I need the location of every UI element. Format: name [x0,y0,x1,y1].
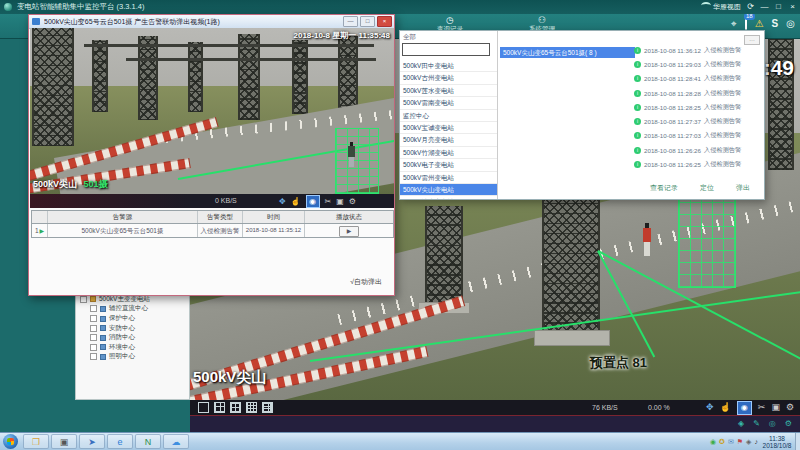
taskbar-app-button[interactable]: ▣ [51,434,77,449]
station-list-item[interactable]: 500kV汕头变电站 [400,196,497,199]
alarm-record-item[interactable]: 2018-10-08 11:26:26 入侵检测告警 [634,143,764,157]
preset-pin-button-active[interactable]: ◉ [737,401,752,415]
tree-checkbox[interactable] [90,353,97,360]
tree-checkbox[interactable] [80,296,87,303]
taskbar-app-button[interactable]: ➤ [79,434,105,449]
tree-item[interactable]: 辅控直流中心 [90,304,187,314]
hand-tool-icon[interactable]: ☝ [720,402,731,413]
tree-item[interactable]: 照明中心 [90,352,187,362]
detected-person [348,142,356,168]
station-list-item[interactable]: 监控中心 [400,110,497,122]
refresh-button[interactable]: ⟳ [746,0,755,14]
alarm-record-item[interactable]: 2018-10-08 11:28:28 入侵检测告警 [634,86,764,100]
alarm-record-item[interactable]: 2018-10-08 11:36:12 入侵检测告警 [634,43,764,57]
alarm-record-item[interactable]: 2018-10-08 11:26:25 入侵检测告警 [634,157,764,171]
selected-camera-header[interactable]: 500kV尖山变65号云台501摄( 8 ) [500,47,635,58]
record-camera-icon[interactable]: ▣ [771,402,780,413]
tree-item[interactable]: 安防中心 [90,323,187,333]
dot-tool-icon[interactable]: ◎ [769,419,776,428]
alarm-record-item[interactable]: 2018-10-08 11:28:41 入侵检测告警 [634,72,764,86]
tray-icon[interactable]: ◈ [746,437,751,447]
snapshot-cut-icon[interactable]: ✂ [325,196,332,207]
diamond-tool-icon[interactable]: ◈ [738,419,744,428]
alarm-record-item[interactable]: 2018-10-08 11:27:37 入侵检测告警 [634,114,764,128]
alarm-table-row[interactable]: 1▶ 500kV尖山变65号云台501摄 入侵检测告警 2018-10-08 1… [31,224,394,238]
taskbar-app-button[interactable]: ☁ [163,434,189,449]
station-list-item[interactable]: 500kV古州变电站 [400,72,497,84]
window-minimize-button[interactable]: — [343,16,358,27]
alarm-record-item[interactable]: 2018-10-08 11:29:03 入侵检测告警 [634,57,764,71]
record-camera-icon[interactable]: ▣ [336,196,344,207]
start-button[interactable] [3,434,18,449]
station-list-item[interactable]: 500kV月亮变电站 [400,134,497,146]
layout-1x1-icon[interactable] [198,402,209,413]
window-close-button[interactable]: × [377,16,392,27]
osd-station-name: 500kV尖山 [193,368,266,387]
layout-3x3-icon[interactable] [230,402,241,413]
tree-checkbox[interactable] [90,315,97,322]
tray-icon[interactable]: ✉ [728,437,734,447]
taskbar-app-button[interactable]: e [107,434,133,449]
hand-tool-icon[interactable]: ☝ [291,196,301,207]
popout-button[interactable]: 弹出 [736,183,750,193]
auto-popup-checkbox[interactable]: √自动弹出 [350,277,382,287]
gantry-beam [84,44,374,47]
locate-button[interactable]: 定位 [700,183,714,193]
settings-gear-icon[interactable]: ⚙ [349,196,356,207]
alarm-camera-view[interactable]: 2018-10-8 星期一 11:35:48 500kV尖山 501摄 [30,28,394,194]
station-list-item[interactable]: 500kV雷州变电站 [400,172,497,184]
layout-2x2-icon[interactable] [214,402,225,413]
col-alarm-type: 告警类型 [198,211,243,223]
tree-checkbox[interactable] [90,325,97,332]
tree-checkbox[interactable] [90,334,97,341]
station-list-item[interactable]: 500kV竹湖变电站 [400,147,497,159]
gear-tool-icon[interactable]: ⚙ [785,419,792,428]
station-list-item[interactable]: 500kV电子变电站 [400,159,497,171]
row-play-button[interactable]: ▶ [339,226,359,237]
alarm-record-item[interactable]: 2018-10-08 11:28:25 入侵检测告警 [634,100,764,114]
station-list-item[interactable]: 500kV雷南变电站 [400,97,497,109]
tray-icon[interactable]: ◉ [710,437,716,447]
pen-tool-icon[interactable]: ✎ [753,419,760,428]
tree-checkbox[interactable] [90,344,97,351]
station-list-item[interactable]: 500kV宝诚变电站 [400,122,497,134]
chat-icon[interactable]: 18 [745,18,747,30]
taskbar-app-button[interactable]: ❐ [23,434,49,449]
layout-4x4-icon[interactable] [246,402,257,413]
view-records-button[interactable]: 查看记录 [650,183,678,193]
layout-5x5-icon[interactable] [262,402,273,413]
tray-icon[interactable]: ♪ [755,437,759,447]
pan-control-icon[interactable]: ✥ [279,196,286,207]
desktop-screen: 变电站智能辅助集中监控平台 (3.3.1.4) 华雁视图 ⟳ — □ × ◷ 查… [0,0,800,450]
preset-pin-button-active[interactable]: ◉ [306,195,320,208]
tray-icon[interactable]: ⚑ [737,437,743,447]
station-list-item[interactable]: 500kV尖山变电站 [400,184,497,196]
close-button[interactable]: × [788,0,797,14]
tree-item[interactable]: 消防中心 [90,333,187,343]
tree-item[interactable]: 环境中心 [90,343,187,353]
tray-icon[interactable]: ✪ [719,437,725,447]
person-search-icon[interactable]: ⌖ [731,18,737,30]
s-tool-icon[interactable]: S [772,18,779,30]
alarm-window-titlebar[interactable]: 500kV尖山变65号云台501摄 产生告警联动弹出视频(1路) — □ × [29,15,394,29]
station-search-input[interactable] [402,43,490,56]
tree-item[interactable]: 保护中心 [90,314,187,324]
alarm-window-title: 500kV尖山变65号云台501摄 产生告警联动弹出视频(1路) [44,17,343,27]
snapshot-cut-icon[interactable]: ✂ [758,402,766,413]
alarm-record-item[interactable]: 2018-10-08 11:27:03 入侵检测告警 [634,129,764,143]
show-desktop-button[interactable] [795,433,800,450]
round-tool-icon[interactable]: ◎ [786,18,795,30]
col-time: 时间 [243,211,305,223]
maximize-button[interactable]: □ [774,0,783,14]
settings-gear-icon[interactable]: ⚙ [786,402,794,413]
taskbar-app-button[interactable]: N [135,434,161,449]
tree-checkbox[interactable] [90,305,97,312]
alarm-warning-icon[interactable]: ⚠ [755,18,764,30]
minimize-button[interactable]: — [760,0,769,14]
station-list-item[interactable]: 500kV莲水变电站 [400,85,497,97]
tree-item[interactable]: 500kV主变变电站 [80,295,187,305]
pan-control-icon[interactable]: ✥ [706,402,714,413]
window-maximize-button[interactable]: □ [360,16,375,27]
taskbar-clock[interactable]: 11:38 2018/10/8 [759,435,795,449]
station-list-item[interactable]: 500kV田中变电站 [400,60,497,72]
